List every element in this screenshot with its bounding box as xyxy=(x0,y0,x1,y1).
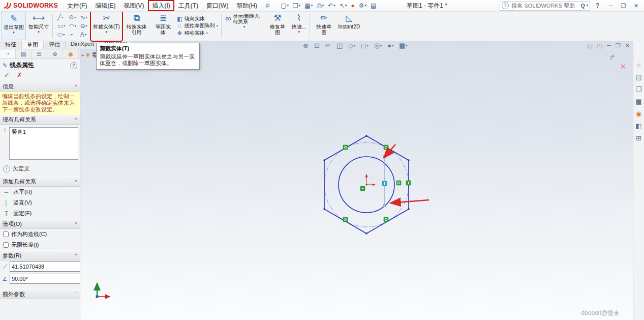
line-endpoint-handle[interactable] xyxy=(383,205,386,207)
propertymanager-tab[interactable]: ◔ xyxy=(0,49,16,59)
convert-entities-button[interactable]: ⧉ 转换实体引用 xyxy=(122,12,151,40)
quick-snaps-button[interactable]: ⌇ 快速... ▾ xyxy=(290,12,308,40)
custom-properties-icon[interactable]: ⊞ xyxy=(636,134,641,142)
line-tool-button[interactable]: ╱▾ xyxy=(56,14,66,21)
zoom-area-button[interactable]: ⊡ xyxy=(314,42,320,49)
angle-input[interactable] xyxy=(10,274,80,283)
relation-item[interactable]: 竖直1 xyxy=(10,128,78,136)
section-header-parameters[interactable]: 参数(R) ^ xyxy=(0,250,80,260)
open-document-button[interactable]: ❒▾ xyxy=(291,2,302,9)
search-box[interactable]: ? Q ▾ xyxy=(500,1,590,11)
confirmation-corner-cancel-icon[interactable]: ✕ xyxy=(620,62,626,71)
instant2d-button[interactable]: ◺ Instant2D xyxy=(336,12,361,40)
offset-entities-button[interactable]: ≣ 等距实体 xyxy=(152,12,174,40)
appearances-icon[interactable]: ◉ xyxy=(636,110,641,118)
home-icon[interactable]: ⌂ xyxy=(637,61,641,69)
menu-view[interactable]: 视图(V) xyxy=(119,0,148,11)
spline-tool-button[interactable]: ∿▾ xyxy=(79,14,89,21)
configurationmanager-tab[interactable]: ☰ xyxy=(32,49,47,59)
section-header-add-relations[interactable]: 添加几何关系 ^ xyxy=(0,177,80,187)
doc-minimize-icon[interactable]: ─ xyxy=(607,42,611,49)
view-palette-icon[interactable]: ▦ xyxy=(635,98,641,105)
dimxpertmanager-tab[interactable]: ⊕ xyxy=(47,49,63,59)
move-entities-button[interactable]: ✥ 移动实体▾ xyxy=(176,30,218,36)
decals-icon[interactable]: ◧ xyxy=(635,122,641,130)
collapse-chevron-icon[interactable]: ^ xyxy=(75,179,77,184)
save-button[interactable]: ▦▾ xyxy=(302,2,315,9)
chevron-down-icon[interactable]: ▾ xyxy=(345,4,347,8)
exit-sketch-button[interactable]: ✎ 退出草图 ▾ xyxy=(2,12,26,40)
mirror-entities-button[interactable]: ◧ 镜向实体 xyxy=(176,16,218,22)
display-style-button[interactable]: ◻▾ xyxy=(361,42,369,49)
view-orientation-button[interactable]: ◇▾ xyxy=(348,42,355,49)
featuremanager-tab[interactable]: ▤ xyxy=(16,49,32,59)
circle-tool-button[interactable]: ⊙▾ xyxy=(68,14,77,21)
close-button[interactable]: ✕ xyxy=(630,0,642,11)
section-header-extra-parameters[interactable]: 额外参数 ˇ xyxy=(0,289,80,299)
section-header-info[interactable]: 信息 ^ xyxy=(0,81,80,92)
file-properties-button[interactable]: ▤ xyxy=(369,2,378,9)
menu-edit[interactable]: 编辑(E) xyxy=(91,0,119,11)
collapse-chevron-icon[interactable]: ^ xyxy=(75,84,77,89)
section-header-existing-relations[interactable]: 现有几何关系 ^ xyxy=(0,114,80,125)
help-button[interactable]: ? xyxy=(591,2,604,9)
chevron-down-icon[interactable]: ▾ xyxy=(243,25,246,29)
collapse-chevron-icon[interactable]: ^ xyxy=(75,117,77,122)
restore-button[interactable]: ❐ xyxy=(618,0,629,11)
trim-entities-button[interactable]: ✂ 剪裁实体(T) ▾ xyxy=(91,12,121,40)
zoom-fit-button[interactable]: ⊕ xyxy=(303,42,309,49)
chevron-down-icon[interactable]: ▾ xyxy=(298,30,300,34)
collapse-chevron-icon[interactable]: ^ xyxy=(75,221,77,226)
search-input[interactable] xyxy=(510,2,579,9)
ok-button[interactable]: ✓ xyxy=(4,72,10,78)
doc-maximize-icon[interactable]: ◰ xyxy=(597,42,602,49)
menu-insert[interactable]: 插入(I) xyxy=(148,0,174,11)
print-button[interactable]: ⎙▾ xyxy=(315,2,326,9)
menu-file[interactable]: 文件(F) xyxy=(63,0,91,11)
expand-chevron-icon[interactable]: ˇ xyxy=(76,292,77,297)
add-horizontal-relation[interactable]: ─ 水平(H) xyxy=(0,187,80,197)
section-view-button[interactable]: ✂ xyxy=(325,42,331,49)
sketch-origin[interactable] xyxy=(366,174,375,185)
text-tool-button[interactable]: A▾ xyxy=(79,31,89,38)
search-icon[interactable]: Q xyxy=(580,3,585,9)
chevron-down-icon[interactable]: ▾ xyxy=(106,30,108,34)
edit-appearance-button[interactable]: ●▾ xyxy=(387,42,393,49)
rapid-sketch-button[interactable]: ✏ 快速草图 xyxy=(312,12,335,40)
cancel-button[interactable]: ✗ xyxy=(17,72,22,78)
sketch-canvas[interactable] xyxy=(80,40,633,320)
smart-dimension-button[interactable]: ⟷ 智能尺寸 ▾ xyxy=(27,12,50,40)
chevron-down-icon[interactable]: ▾ xyxy=(38,30,40,34)
appearance-ball-icon[interactable]: ● xyxy=(349,2,356,9)
section-header-options[interactable]: 选项(O) ^ xyxy=(0,219,80,229)
expand-arrow-icon[interactable]: ▸ xyxy=(82,53,84,57)
add-fix-relation[interactable]: ⌶ 固定(F) xyxy=(0,208,80,219)
arc-tool-button[interactable]: ◠▾ xyxy=(68,22,77,30)
menu-help[interactable]: 帮助(H) xyxy=(232,0,261,11)
slot-tool-button[interactable]: ⬭▾ xyxy=(56,31,66,38)
chevron-down-icon[interactable]: ▾ xyxy=(287,4,289,8)
chevron-down-icon[interactable]: ▾ xyxy=(333,4,335,8)
display-delete-relations-button[interactable]: ∞ 显示/删除几何关系 ▾ xyxy=(224,12,265,40)
graphics-area[interactable]: ⊕ ⊡ ✂ ◫ ◇▾ ◻▾ ◎▾ ●▾ ▦▾ ◱ ◰ ─ ❐ ✕ ↱ ✕ xyxy=(80,40,633,320)
menu-window[interactable]: 窗口(W) xyxy=(202,0,232,11)
view-settings-button[interactable]: ▦▾ xyxy=(399,42,407,49)
linear-sketch-pattern-button[interactable]: ∷ 线性草图阵列▾ xyxy=(176,23,218,29)
hide-show-items-button[interactable]: ◎▾ xyxy=(374,42,382,49)
relations-listbox[interactable]: 竖直1 xyxy=(9,127,78,160)
chevron-down-icon[interactable]: ▾ xyxy=(587,4,589,8)
point-tool-button[interactable]: ∙▾ xyxy=(68,31,77,38)
construction-line-checkbox[interactable] xyxy=(3,231,9,237)
chevron-down-icon[interactable]: ▾ xyxy=(311,4,313,8)
doc-close-icon[interactable]: ✕ xyxy=(625,42,630,49)
pin-menu-icon[interactable]: ⚲ xyxy=(264,2,271,9)
infinite-length-checkbox[interactable] xyxy=(3,242,9,248)
confirmation-corner-sketch-icon[interactable]: ↱ xyxy=(609,53,616,62)
add-vertical-relation[interactable]: │ 竖直(V) xyxy=(0,197,80,208)
doc-cascade-icon[interactable]: ❐ xyxy=(616,42,621,49)
select-button[interactable]: ↖▾ xyxy=(338,2,349,9)
minimize-button[interactable]: ─ xyxy=(605,0,617,11)
chevron-down-icon[interactable]: ▾ xyxy=(364,4,366,8)
chevron-down-icon[interactable]: ▾ xyxy=(322,4,324,8)
help-icon[interactable]: ? xyxy=(70,62,77,69)
